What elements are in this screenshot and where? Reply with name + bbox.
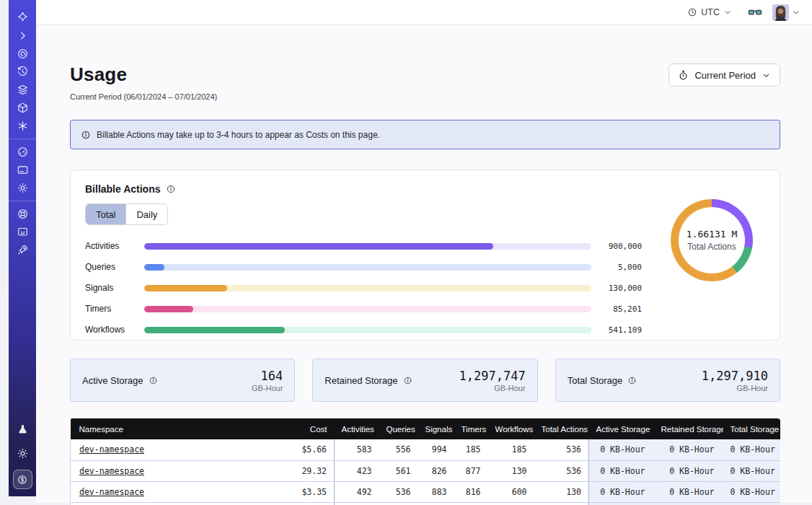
col-activities: Activities [335, 418, 379, 439]
workflows-cell: 600 [488, 481, 534, 502]
bar-label: Timers [85, 304, 144, 314]
layers-icon[interactable] [9, 81, 36, 99]
timezone-label: UTC [701, 7, 720, 17]
bar-track [144, 285, 591, 291]
tab-daily[interactable]: Daily [125, 204, 167, 224]
retained-storage-cell: 0 KB-Hour [654, 481, 723, 502]
theme-sun-icon[interactable] [9, 444, 36, 462]
col-queries: Queries [379, 418, 418, 439]
glasses-icon[interactable] [748, 5, 762, 19]
billing-card-icon[interactable] [9, 161, 36, 179]
billable-actions-tabs: Total Daily [85, 203, 168, 225]
chevron-down-icon [792, 8, 800, 17]
queries-cell: 536 [379, 481, 418, 502]
col-retained-storage: Retained Storage [654, 418, 723, 439]
storage-unit: GB-Hour [702, 384, 768, 392]
temporal-logo-icon[interactable] [9, 9, 36, 27]
nexus-icon[interactable] [9, 117, 36, 135]
active-storage-cell: 0 KB-Hour [589, 439, 654, 460]
info-icon[interactable] [403, 376, 412, 385]
main-content: Usage Current Period (06/01/2024 – 07/01… [36, 25, 812, 503]
timers-cell: 816 [454, 481, 488, 502]
bar-value: 85,201 [591, 304, 642, 314]
col-workflows: Workflows [488, 418, 534, 439]
clock-icon [687, 7, 697, 17]
settings-gear-icon[interactable] [9, 179, 36, 197]
feedback-terminal-icon[interactable] [9, 223, 36, 241]
signals-cell: 994 [418, 439, 454, 460]
cube-icon[interactable] [9, 99, 36, 117]
retained-storage-label: Retained Storage [325, 375, 397, 386]
period-dropdown-button[interactable]: Current Period [668, 63, 780, 87]
workflows-cell: 185 [488, 439, 534, 460]
namespace-link[interactable]: dev-namespace [79, 444, 144, 454]
tab-total[interactable]: Total [86, 204, 125, 224]
bar-row: Workflows 541,109 [85, 325, 642, 335]
bar-value: 900,000 [591, 242, 642, 251]
bar-track [144, 306, 591, 312]
usage-gauge-icon[interactable] [9, 143, 36, 161]
info-icon[interactable] [149, 376, 158, 385]
getting-started-rocket-icon[interactable] [9, 241, 36, 259]
support-lifebuoy-icon[interactable] [9, 205, 36, 223]
timers-cell: 185 [454, 439, 488, 460]
timezone-selector[interactable]: UTC [687, 7, 732, 17]
total-actions-label: Total Actions [687, 242, 736, 252]
chevron-down-icon [723, 8, 732, 17]
total-storage-cell: 0 KB-Hour [723, 439, 781, 460]
col-active-storage: Active Storage [589, 418, 654, 439]
col-total-storage: Total Storage [723, 418, 781, 439]
chevron-down-icon [762, 71, 771, 80]
sidebar-divider [9, 139, 36, 139]
storage-cards-row: Active Storage 164 GB-Hour Retained Stor… [70, 359, 780, 402]
storage-unit: GB-Hour [252, 384, 283, 392]
namespace-link[interactable]: dev-namespace [79, 466, 144, 476]
period-dropdown-label: Current Period [694, 70, 756, 81]
bar-fill [144, 327, 285, 333]
namespace-usage-table: Namespace Cost Activities Queries Signal… [70, 418, 780, 505]
col-total-actions: Total Actions [534, 418, 589, 439]
namespaces-icon[interactable] [9, 45, 36, 63]
billable-actions-title: Billable Actions [85, 183, 161, 195]
labs-flask-icon[interactable] [9, 421, 36, 439]
active-storage-cell: 0 KB-Hour [589, 481, 654, 502]
sidebar-divider [9, 201, 36, 201]
bar-value: 541,109 [591, 325, 642, 335]
account-menu[interactable] [772, 4, 800, 21]
total-storage-label: Total Storage [568, 375, 623, 386]
history-icon[interactable] [9, 63, 36, 81]
billable-actions-card: Billable Actions Total Daily Activities … [70, 170, 780, 341]
workflows-cell: 130 [488, 460, 534, 481]
billable-actions-bar-chart: Activities 900,000 Queries 5,000 Signals… [85, 241, 642, 335]
namespace-link[interactable]: dev-namespace [79, 487, 144, 497]
total-actions-cell: 536 [534, 460, 589, 481]
col-cost: Cost [278, 418, 335, 439]
queries-cell: 556 [379, 439, 418, 460]
page-title: Usage [70, 63, 217, 86]
total-storage-value: 1,297,910 [702, 369, 768, 383]
avatar [772, 4, 789, 21]
cost-cell: 29.32 [278, 460, 335, 481]
pricing-dollar-icon[interactable] [13, 470, 32, 489]
bar-label: Workflows [85, 325, 144, 335]
activities-cell: 423 [335, 460, 379, 481]
info-icon[interactable] [627, 376, 637, 385]
expand-sidebar-icon[interactable] [9, 27, 36, 45]
bar-row: Timers 85,201 [85, 304, 642, 314]
col-timers: Timers [454, 418, 488, 439]
bar-fill [144, 306, 193, 312]
info-icon[interactable] [166, 184, 176, 194]
bar-value: 130,000 [591, 284, 642, 293]
cost-cell: $5.66 [278, 439, 335, 460]
banner-text: Billable Actions may take up to 3-4 hour… [97, 130, 380, 140]
sidebar [9, 0, 36, 496]
topbar: UTC [36, 0, 812, 25]
total-actions-value: 1.66131 M [687, 229, 737, 240]
retained-storage-cell: 0 KB-Hour [654, 439, 723, 460]
current-period-subtitle: Current Period (06/01/2024 – 07/01/2024) [70, 92, 217, 101]
active-storage-label: Active Storage [82, 375, 144, 386]
activities-cell: 583 [335, 439, 379, 460]
table-row-partial [71, 502, 781, 505]
table-row: dev-namespace 29.32 423 561 826 877 130 … [71, 460, 781, 481]
bar-row: Activities 900,000 [85, 241, 642, 251]
